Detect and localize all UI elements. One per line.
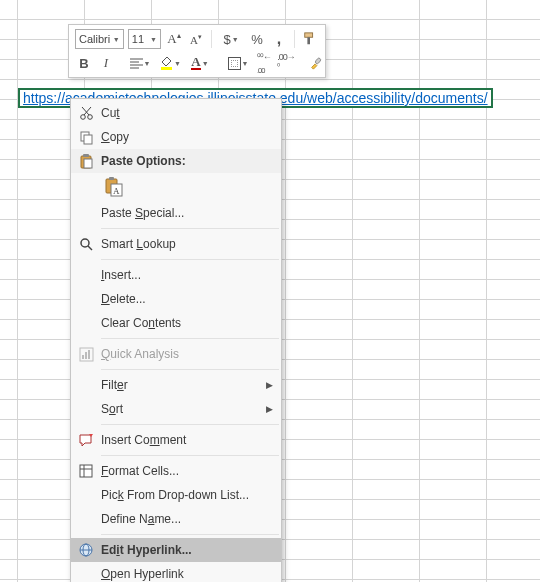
menu-label: Insert... xyxy=(101,268,273,282)
decrease-decimal-button[interactable]: .00→⁰ xyxy=(277,53,295,73)
menu-label: Format Cells... xyxy=(101,464,273,478)
paint-bucket-icon xyxy=(159,56,173,70)
menu-define-name[interactable]: Define Name... xyxy=(71,507,281,531)
menu-separator xyxy=(101,338,279,339)
menu-label: Delete... xyxy=(101,292,273,306)
fill-color-button[interactable]: ▼ xyxy=(157,53,183,73)
svg-rect-1 xyxy=(307,37,310,44)
comma-format-button[interactable]: , xyxy=(270,29,288,49)
menu-label: Sort xyxy=(101,402,266,416)
increase-decimal-icon: ⁰⁰←.00 xyxy=(257,52,271,75)
bold-icon: B xyxy=(79,56,88,71)
menu-insert[interactable]: Insert... xyxy=(71,263,281,287)
svg-rect-25 xyxy=(85,352,87,359)
svg-rect-13 xyxy=(84,135,92,144)
menu-sort[interactable]: Sort ▶ xyxy=(71,397,281,421)
menu-clear-contents[interactable]: Clear Contents xyxy=(71,311,281,335)
menu-separator xyxy=(101,455,279,456)
paste-default-button[interactable]: A xyxy=(101,174,127,200)
svg-rect-0 xyxy=(305,33,313,37)
chevron-down-icon: ▼ xyxy=(202,60,209,67)
menu-paste-special[interactable]: Paste Special... xyxy=(71,201,281,225)
italic-button[interactable]: I xyxy=(97,53,115,73)
percent-format-button[interactable]: % xyxy=(248,29,266,49)
menu-label: Insert Comment xyxy=(101,433,273,447)
format-painter2-button[interactable] xyxy=(307,53,325,73)
chevron-down-icon: ▼ xyxy=(232,36,239,43)
menu-label: Filter xyxy=(101,378,266,392)
menu-label: Clear Contents xyxy=(101,316,273,330)
menu-edit-hyperlink[interactable]: Edit Hyperlink... xyxy=(71,538,281,562)
menu-smart-lookup[interactable]: Smart Lookup xyxy=(71,232,281,256)
menu-separator xyxy=(101,228,279,229)
menu-separator xyxy=(101,424,279,425)
submenu-arrow-icon: ▶ xyxy=(266,380,273,390)
menu-separator xyxy=(101,259,279,260)
clipboard-icon xyxy=(79,154,94,169)
svg-rect-7 xyxy=(315,57,322,64)
chevron-down-icon: ▼ xyxy=(174,60,181,67)
svg-point-8 xyxy=(80,114,85,119)
decrease-font-icon: A▾ xyxy=(190,33,202,46)
font-name-combo[interactable]: Calibri ▼ xyxy=(75,29,124,49)
mini-toolbar: Calibri ▼ 11 ▼ A▴ A▾ $ ▼ % , B xyxy=(68,24,326,78)
separator xyxy=(294,30,295,48)
svg-line-22 xyxy=(88,246,92,250)
menu-label: Edit Hyperlink... xyxy=(101,543,273,557)
italic-icon: I xyxy=(104,55,108,71)
menu-separator xyxy=(101,369,279,370)
font-size-combo[interactable]: 11 ▼ xyxy=(128,29,161,49)
border-icon xyxy=(228,57,241,70)
paste-options-row: A xyxy=(71,173,281,201)
chevron-down-icon: ▼ xyxy=(113,36,120,43)
chevron-down-icon: ▼ xyxy=(242,60,249,67)
brush-icon xyxy=(309,55,323,71)
menu-filter[interactable]: Filter ▶ xyxy=(71,373,281,397)
menu-label: Smart Lookup xyxy=(101,237,273,251)
svg-rect-15 xyxy=(83,154,89,157)
menu-quick-analysis: Quick Analysis xyxy=(71,342,281,366)
svg-point-21 xyxy=(81,239,89,247)
decrease-decimal-icon: .00→⁰ xyxy=(277,52,295,75)
font-color-button[interactable]: A ▼ xyxy=(187,53,213,73)
chevron-down-icon: ▼ xyxy=(144,60,151,67)
menu-label: Cut xyxy=(101,106,273,120)
paste-icon: A xyxy=(104,177,124,197)
svg-rect-6 xyxy=(161,67,172,70)
font-color-icon: A xyxy=(191,56,200,70)
menu-copy[interactable]: Copy xyxy=(71,125,281,149)
increase-font-button[interactable]: A▴ xyxy=(165,29,183,49)
comment-icon xyxy=(79,433,94,448)
menu-label: Open Hyperlink xyxy=(101,567,273,581)
dollar-icon: $ xyxy=(223,32,230,47)
chevron-down-icon: ▼ xyxy=(150,36,157,43)
currency-format-button[interactable]: $ ▼ xyxy=(218,29,244,49)
menu-label: Paste Options: xyxy=(101,154,273,168)
menu-insert-comment[interactable]: Insert Comment xyxy=(71,428,281,452)
submenu-arrow-icon: ▶ xyxy=(266,404,273,414)
align-button[interactable]: ▼ xyxy=(127,53,153,73)
menu-label: Define Name... xyxy=(101,512,273,526)
menu-pick-from-list[interactable]: Pick From Drop-down List... xyxy=(71,483,281,507)
increase-decimal-button[interactable]: ⁰⁰←.00 xyxy=(255,53,273,73)
menu-label: Copy xyxy=(101,130,273,144)
borders-button[interactable]: ▼ xyxy=(225,53,251,73)
decrease-font-button[interactable]: A▾ xyxy=(187,29,205,49)
svg-text:A: A xyxy=(113,186,120,196)
menu-format-cells[interactable]: Format Cells... xyxy=(71,459,281,483)
format-painter-icon xyxy=(303,32,317,46)
svg-rect-24 xyxy=(82,355,84,359)
menu-label: Paste Special... xyxy=(101,206,273,220)
menu-open-hyperlink[interactable]: Open Hyperlink xyxy=(71,562,281,582)
format-cells-icon xyxy=(79,464,94,479)
svg-rect-27 xyxy=(80,465,92,477)
font-size-value: 11 xyxy=(132,33,144,45)
format-painter-button[interactable] xyxy=(301,29,319,49)
font-name-value: Calibri xyxy=(79,33,110,45)
menu-cut[interactable]: Cut xyxy=(71,101,281,125)
menu-delete[interactable]: Delete... xyxy=(71,287,281,311)
increase-font-icon: A▴ xyxy=(167,31,180,47)
bold-button[interactable]: B xyxy=(75,53,93,73)
separator xyxy=(211,30,212,48)
percent-icon: % xyxy=(251,32,263,47)
